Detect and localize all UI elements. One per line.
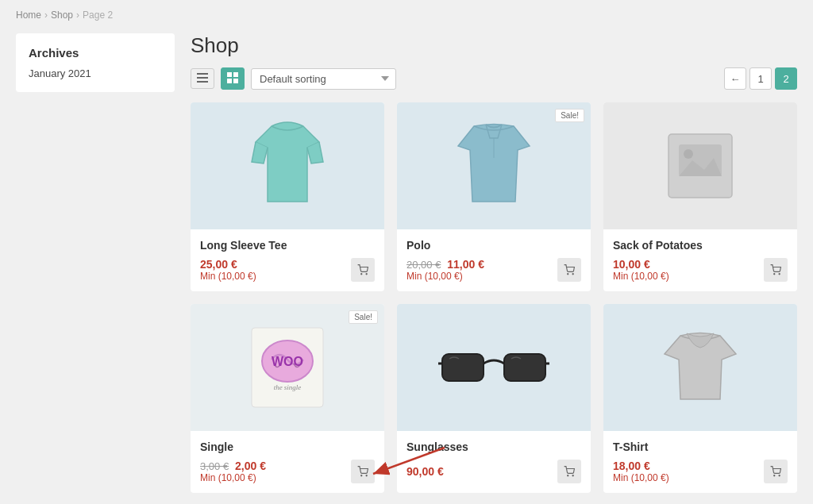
main-layout: Archives January 2021 Shop (16, 33, 797, 493)
add-to-cart-single[interactable] (351, 460, 375, 483)
sort-select[interactable]: Default sorting Sort by popularity Sort … (251, 68, 396, 90)
price-row-t-shirt: 18,00 € Min (10,00 €) (613, 460, 788, 483)
add-to-cart-polo[interactable] (557, 258, 581, 282)
product-name-t-shirt: T-Shirt (613, 441, 788, 453)
product-name-sunglasses: Sunglasses (406, 441, 581, 453)
products-grid: Long Sleeve Tee 25,00 € Min (10,00 €) (191, 102, 797, 493)
product-info-sack-of-potatoes: Sack of Potatoes 10,00 € Min (10,00 €) (603, 229, 797, 291)
svg-point-10 (366, 274, 367, 275)
price-row-sack-of-potatoes: 10,00 € Min (10,00 €) (613, 258, 788, 282)
sidebar: Archives January 2021 (16, 33, 175, 92)
svg-rect-6 (233, 79, 238, 83)
shop-title: Shop (191, 33, 797, 58)
price-min-single: Min (10,00 €) (200, 472, 266, 483)
page-wrapper: Home › Shop › Page 2 Archives January 20… (0, 0, 813, 504)
price-block-t-shirt: 18,00 € Min (10,00 €) (613, 460, 669, 483)
sidebar-box: Archives January 2021 (16, 33, 175, 92)
svg-rect-4 (233, 72, 238, 77)
product-info-polo: Polo 20,00 € 11,00 € Min (10,00 €) (397, 229, 591, 291)
prev-page-button[interactable]: ← (724, 67, 746, 90)
long-sleeve-tee-image (248, 114, 327, 217)
breadcrumb: Home › Shop › Page 2 (16, 10, 797, 21)
svg-point-17 (774, 274, 775, 275)
polo-image (450, 118, 538, 214)
svg-point-31 (774, 475, 775, 476)
sale-badge-single: Sale! (349, 310, 378, 324)
product-name-long-sleeve-tee: Long Sleeve Tee (200, 239, 375, 252)
price-line-single: 3,00 € 2,00 € (200, 460, 266, 472)
price-row-polo: 20,00 € 11,00 € Min (10,00 €) (406, 258, 581, 282)
price-block-polo: 20,00 € 11,00 € Min (10,00 €) (406, 258, 484, 282)
add-to-cart-sack-of-potatoes[interactable] (764, 258, 788, 282)
page-1-button[interactable]: 1 (749, 67, 772, 90)
price-block-single: 3,00 € 2,00 € Min (10,00 €) (200, 460, 266, 483)
price-block-long-sleeve-tee: 25,00 € Min (10,00 €) (200, 258, 256, 282)
svg-point-29 (568, 475, 568, 476)
price-current-single: 2,00 € (235, 460, 266, 472)
product-card-t-shirt: T-Shirt 18,00 € Min (10,00 €) (603, 304, 797, 493)
product-card-sunglasses: Sunglasses 90,00 € (397, 304, 591, 493)
placeholder-image (665, 130, 736, 202)
price-row-single: 3,00 € 2,00 € Min (10,00 €) (200, 460, 375, 483)
price-current-sack-of-potatoes: 10,00 € (613, 258, 669, 271)
product-name-sack-of-potatoes: Sack of Potatoes (613, 239, 788, 252)
svg-rect-5 (227, 79, 232, 83)
product-image-long-sleeve-tee[interactable] (191, 102, 384, 229)
breadcrumb-home[interactable]: Home (16, 10, 41, 21)
add-to-cart-sunglasses[interactable] (557, 460, 581, 483)
svg-rect-25 (442, 354, 484, 381)
sunglasses-image (438, 340, 549, 395)
svg-rect-3 (227, 72, 232, 77)
add-to-cart-long-sleeve-tee[interactable] (351, 258, 375, 282)
sidebar-title: Archives (29, 46, 162, 60)
add-to-cart-t-shirt[interactable] (764, 460, 788, 483)
toolbar-right: ← 1 2 (724, 67, 797, 90)
product-image-polo[interactable]: Sale! (397, 102, 591, 229)
view-grid-button[interactable] (221, 67, 245, 90)
product-info-t-shirt: T-Shirt 18,00 € Min (10,00 €) (603, 431, 797, 493)
product-name-single: Single (200, 441, 375, 453)
price-old-polo: 20,00 € (406, 259, 441, 271)
toolbar-left: Default sorting Sort by popularity Sort … (191, 67, 396, 90)
price-min-sack-of-potatoes: Min (10,00 €) (613, 271, 669, 282)
svg-rect-0 (197, 73, 208, 75)
product-info-long-sleeve-tee: Long Sleeve Tee 25,00 € Min (10,00 €) (191, 229, 384, 291)
price-block-sunglasses: 90,00 € (406, 465, 444, 478)
svg-point-16 (684, 149, 693, 159)
sidebar-link-january[interactable]: January 2021 (29, 67, 162, 79)
breadcrumb-sep1: › (44, 10, 48, 21)
price-min-long-sleeve-tee: Min (10,00 €) (200, 271, 256, 282)
price-row-long-sleeve-tee: 25,00 € Min (10,00 €) (200, 258, 375, 282)
svg-text:WOO: WOO (272, 355, 303, 368)
price-row-sunglasses: 90,00 € (406, 460, 581, 483)
view-list-button[interactable] (191, 68, 214, 89)
svg-text:the single: the single (274, 383, 302, 391)
page-2-button[interactable]: 2 (775, 67, 797, 90)
product-name-polo: Polo (406, 239, 581, 252)
price-current-t-shirt: 18,00 € (613, 460, 669, 472)
product-image-sack-of-potatoes[interactable] (603, 102, 797, 229)
t-shirt-image (657, 324, 744, 411)
svg-point-12 (568, 274, 568, 275)
svg-rect-2 (197, 81, 208, 83)
product-info-sunglasses: Sunglasses 90,00 € (397, 431, 591, 493)
product-image-t-shirt[interactable] (603, 304, 797, 431)
price-old-single: 3,00 € (200, 460, 229, 472)
price-min-polo: Min (10,00 €) (406, 271, 484, 282)
svg-point-30 (572, 475, 573, 476)
price-current-long-sleeve-tee: 25,00 € (200, 258, 256, 271)
product-image-sunglasses[interactable] (397, 304, 591, 431)
breadcrumb-shop[interactable]: Shop (51, 10, 73, 21)
product-card-single: Sale! WOO the single Single (191, 304, 384, 493)
product-card-sack-of-potatoes: Sack of Potatoes 10,00 € Min (10,00 €) (603, 102, 797, 291)
main-content: Shop Default (191, 33, 797, 493)
breadcrumb-current: Page 2 (83, 10, 113, 21)
svg-point-32 (779, 475, 780, 476)
svg-rect-1 (197, 77, 208, 79)
product-image-single[interactable]: Sale! WOO the single (191, 304, 384, 431)
svg-point-13 (572, 274, 573, 275)
product-info-single: Single 3,00 € 2,00 € Min (10,00 €) (191, 431, 384, 493)
product-card-long-sleeve-tee: Long Sleeve Tee 25,00 € Min (10,00 €) (191, 102, 384, 291)
svg-point-9 (361, 274, 362, 275)
price-line-polo: 20,00 € 11,00 € (406, 258, 484, 271)
